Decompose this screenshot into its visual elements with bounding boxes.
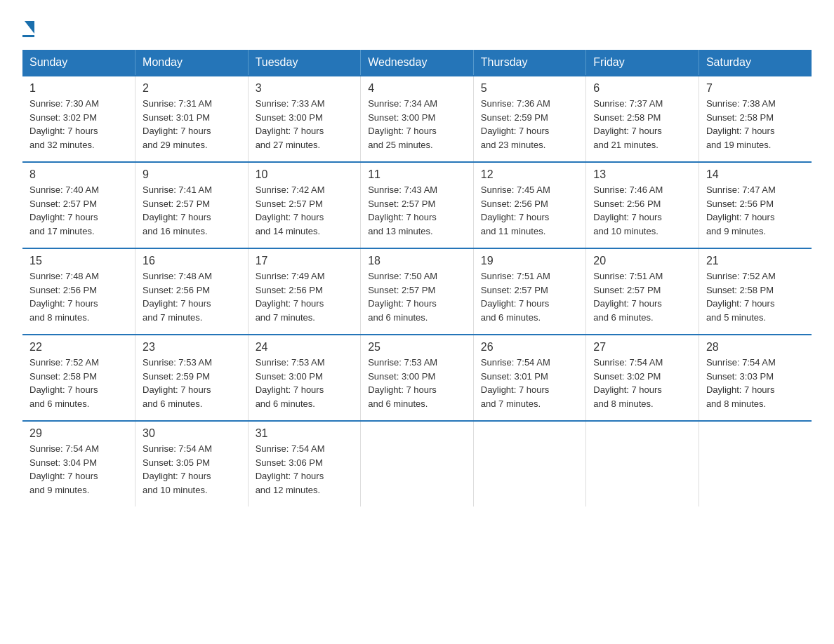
calendar-cell: 26Sunrise: 7:54 AMSunset: 3:01 PMDayligh…: [473, 335, 586, 421]
day-info: Sunrise: 7:54 AMSunset: 3:04 PMDaylight:…: [29, 442, 128, 497]
day-info: Sunrise: 7:38 AMSunset: 2:58 PMDaylight:…: [706, 97, 805, 152]
calendar-cell: 6Sunrise: 7:37 AMSunset: 2:58 PMDaylight…: [586, 76, 699, 162]
day-number: 12: [481, 168, 579, 181]
calendar-cell: [699, 421, 812, 507]
day-info: Sunrise: 7:48 AMSunset: 2:56 PMDaylight:…: [143, 269, 241, 324]
day-number: 5: [481, 82, 579, 95]
calendar-cell: 7Sunrise: 7:38 AMSunset: 2:58 PMDaylight…: [699, 76, 812, 162]
week-row-3: 15Sunrise: 7:48 AMSunset: 2:56 PMDayligh…: [22, 248, 812, 335]
day-number: 6: [593, 82, 691, 95]
calendar-cell: 31Sunrise: 7:54 AMSunset: 3:06 PMDayligh…: [248, 421, 361, 507]
calendar-cell: [586, 421, 699, 507]
day-number: 26: [481, 341, 579, 354]
day-info: Sunrise: 7:34 AMSunset: 3:00 PMDaylight:…: [368, 97, 466, 152]
calendar-cell: 4Sunrise: 7:34 AMSunset: 3:00 PMDaylight…: [361, 76, 474, 162]
day-number: 20: [593, 255, 691, 267]
calendar-cell: 15Sunrise: 7:48 AMSunset: 2:56 PMDayligh…: [22, 248, 135, 335]
day-number: 21: [706, 255, 805, 267]
calendar-cell: 14Sunrise: 7:47 AMSunset: 2:56 PMDayligh…: [699, 162, 812, 248]
calendar-cell: 25Sunrise: 7:53 AMSunset: 3:00 PMDayligh…: [361, 335, 474, 421]
calendar-cell: 8Sunrise: 7:40 AMSunset: 2:57 PMDaylight…: [22, 162, 135, 248]
day-number: 28: [706, 341, 805, 354]
calendar-cell: 30Sunrise: 7:54 AMSunset: 3:05 PMDayligh…: [135, 421, 249, 507]
week-row-4: 22Sunrise: 7:52 AMSunset: 2:58 PMDayligh…: [22, 335, 812, 421]
day-number: 14: [706, 168, 805, 181]
column-header-saturday: Saturday: [699, 50, 812, 76]
calendar-cell: 21Sunrise: 7:52 AMSunset: 2:58 PMDayligh…: [699, 248, 812, 335]
day-info: Sunrise: 7:54 AMSunset: 3:05 PMDaylight:…: [143, 442, 241, 497]
day-info: Sunrise: 7:48 AMSunset: 2:56 PMDaylight:…: [29, 269, 128, 324]
column-header-friday: Friday: [586, 50, 699, 76]
calendar-cell: [473, 421, 586, 507]
day-info: Sunrise: 7:53 AMSunset: 2:59 PMDaylight:…: [143, 356, 241, 410]
calendar-cell: 22Sunrise: 7:52 AMSunset: 2:58 PMDayligh…: [22, 335, 135, 421]
day-number: 1: [29, 82, 128, 95]
day-info: Sunrise: 7:33 AMSunset: 3:00 PMDaylight:…: [256, 97, 354, 152]
day-info: Sunrise: 7:54 AMSunset: 3:03 PMDaylight:…: [706, 356, 805, 410]
day-info: Sunrise: 7:52 AMSunset: 2:58 PMDaylight:…: [706, 269, 805, 324]
calendar-cell: 20Sunrise: 7:51 AMSunset: 2:57 PMDayligh…: [586, 248, 699, 335]
calendar-cell: 16Sunrise: 7:48 AMSunset: 2:56 PMDayligh…: [135, 248, 249, 335]
calendar-cell: 19Sunrise: 7:51 AMSunset: 2:57 PMDayligh…: [473, 248, 586, 335]
calendar-cell: 1Sunrise: 7:30 AMSunset: 3:02 PMDaylight…: [22, 76, 135, 162]
day-number: 29: [29, 427, 128, 440]
column-header-thursday: Thursday: [473, 50, 586, 76]
day-number: 16: [143, 255, 241, 267]
day-number: 27: [593, 341, 691, 354]
column-header-monday: Monday: [135, 50, 249, 76]
day-info: Sunrise: 7:45 AMSunset: 2:56 PMDaylight:…: [481, 183, 579, 238]
calendar-cell: 5Sunrise: 7:36 AMSunset: 2:59 PMDaylight…: [473, 76, 586, 162]
calendar-cell: 23Sunrise: 7:53 AMSunset: 2:59 PMDayligh…: [135, 335, 249, 421]
calendar-header-row: SundayMondayTuesdayWednesdayThursdayFrid…: [22, 50, 812, 76]
day-number: 31: [256, 427, 354, 440]
day-number: 9: [143, 168, 241, 181]
day-info: Sunrise: 7:42 AMSunset: 2:57 PMDaylight:…: [256, 183, 354, 238]
day-info: Sunrise: 7:51 AMSunset: 2:57 PMDaylight:…: [481, 269, 579, 324]
calendar-cell: 3Sunrise: 7:33 AMSunset: 3:00 PMDaylight…: [248, 76, 361, 162]
logo-arrow-icon: [25, 21, 34, 34]
day-number: 7: [706, 82, 805, 95]
day-info: Sunrise: 7:53 AMSunset: 3:00 PMDaylight:…: [368, 356, 466, 410]
day-number: 19: [481, 255, 579, 267]
day-number: 11: [368, 168, 466, 181]
calendar-table: SundayMondayTuesdayWednesdayThursdayFrid…: [22, 50, 812, 507]
week-row-1: 1Sunrise: 7:30 AMSunset: 3:02 PMDaylight…: [22, 76, 812, 162]
calendar-cell: 24Sunrise: 7:53 AMSunset: 3:00 PMDayligh…: [248, 335, 361, 421]
calendar-cell: 27Sunrise: 7:54 AMSunset: 3:02 PMDayligh…: [586, 335, 699, 421]
day-info: Sunrise: 7:50 AMSunset: 2:57 PMDaylight:…: [368, 269, 466, 324]
day-number: 23: [143, 341, 241, 354]
day-info: Sunrise: 7:54 AMSunset: 3:02 PMDaylight:…: [593, 356, 691, 410]
column-header-wednesday: Wednesday: [361, 50, 474, 76]
day-number: 15: [29, 255, 128, 267]
day-info: Sunrise: 7:47 AMSunset: 2:56 PMDaylight:…: [706, 183, 805, 238]
day-number: 17: [256, 255, 354, 267]
day-info: Sunrise: 7:54 AMSunset: 3:01 PMDaylight:…: [481, 356, 579, 410]
day-number: 22: [29, 341, 128, 354]
calendar-cell: 29Sunrise: 7:54 AMSunset: 3:04 PMDayligh…: [22, 421, 135, 507]
day-info: Sunrise: 7:46 AMSunset: 2:56 PMDaylight:…: [593, 183, 691, 238]
column-header-tuesday: Tuesday: [248, 50, 361, 76]
day-number: 2: [143, 82, 241, 95]
day-number: 8: [29, 168, 128, 181]
week-row-5: 29Sunrise: 7:54 AMSunset: 3:04 PMDayligh…: [22, 421, 812, 507]
day-info: Sunrise: 7:52 AMSunset: 2:58 PMDaylight:…: [29, 356, 128, 410]
day-number: 3: [256, 82, 354, 95]
day-info: Sunrise: 7:31 AMSunset: 3:01 PMDaylight:…: [143, 97, 241, 152]
day-info: Sunrise: 7:40 AMSunset: 2:57 PMDaylight:…: [29, 183, 128, 238]
day-info: Sunrise: 7:36 AMSunset: 2:59 PMDaylight:…: [481, 97, 579, 152]
day-number: 25: [368, 341, 466, 354]
day-number: 13: [593, 168, 691, 181]
day-number: 10: [256, 168, 354, 181]
day-number: 24: [256, 341, 354, 354]
column-header-sunday: Sunday: [22, 50, 135, 76]
page-header: [22, 17, 812, 37]
day-info: Sunrise: 7:30 AMSunset: 3:02 PMDaylight:…: [29, 97, 128, 152]
day-info: Sunrise: 7:41 AMSunset: 2:57 PMDaylight:…: [143, 183, 241, 238]
day-info: Sunrise: 7:49 AMSunset: 2:56 PMDaylight:…: [256, 269, 354, 324]
calendar-cell: 17Sunrise: 7:49 AMSunset: 2:56 PMDayligh…: [248, 248, 361, 335]
calendar-cell: 2Sunrise: 7:31 AMSunset: 3:01 PMDaylight…: [135, 76, 249, 162]
logo-underline: [22, 35, 34, 37]
day-number: 18: [368, 255, 466, 267]
day-info: Sunrise: 7:43 AMSunset: 2:57 PMDaylight:…: [368, 183, 466, 238]
day-info: Sunrise: 7:54 AMSunset: 3:06 PMDaylight:…: [256, 442, 354, 497]
